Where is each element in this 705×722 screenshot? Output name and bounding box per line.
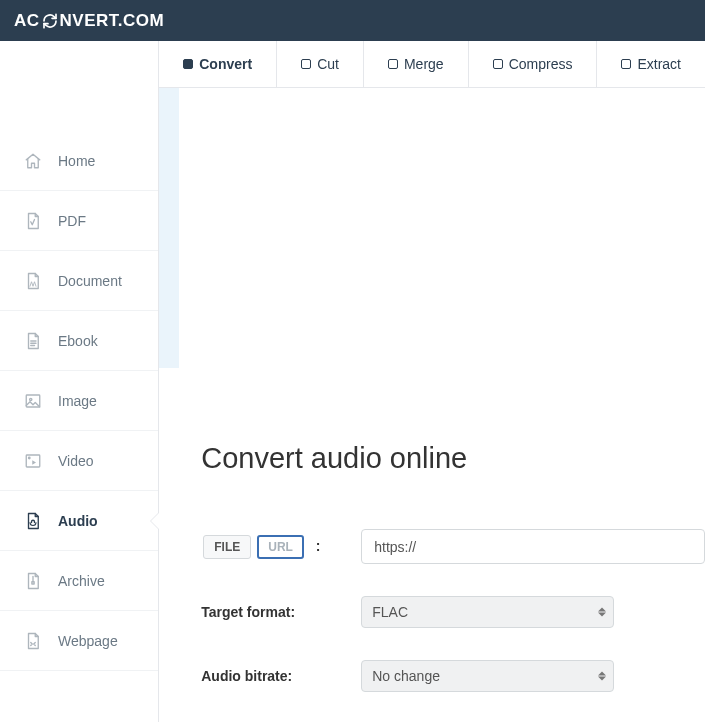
tab-label: Cut xyxy=(317,56,339,72)
ebook-icon xyxy=(24,332,46,350)
tab-label: Compress xyxy=(509,56,573,72)
sidebar-item-webpage[interactable]: Webpage xyxy=(0,611,158,671)
page-title: Convert audio online xyxy=(201,118,705,475)
sidebar-item-video[interactable]: Video xyxy=(0,431,158,491)
sidebar-item-pdf[interactable]: PDF xyxy=(0,191,158,251)
audio-bitrate-row: Audio bitrate: No change xyxy=(201,660,705,692)
audio-bitrate-label: Audio bitrate: xyxy=(201,668,361,684)
source-file-button[interactable]: FILE xyxy=(203,535,251,559)
sidebar-item-ebook[interactable]: Ebook xyxy=(0,311,158,371)
sidebar-item-home[interactable]: Home xyxy=(0,131,158,191)
webpage-icon xyxy=(24,632,46,650)
svg-rect-8 xyxy=(32,581,34,583)
checkbox-icon xyxy=(388,59,398,69)
sidebar-item-label: Home xyxy=(58,153,95,169)
brand-text-pre: AC xyxy=(14,11,40,31)
sidebar-item-document[interactable]: Document xyxy=(0,251,158,311)
sidebar: HomePDFDocumentEbookImageVideoAudioArchi… xyxy=(0,41,159,722)
sidebar-item-audio[interactable]: Audio xyxy=(0,491,158,551)
tab-cut[interactable]: Cut xyxy=(277,41,364,87)
tab-label: Convert xyxy=(199,56,252,72)
pdf-icon xyxy=(24,212,46,230)
tab-label: Merge xyxy=(404,56,444,72)
sidebar-item-archive[interactable]: Archive xyxy=(0,551,158,611)
colon-label: : xyxy=(316,538,321,554)
main-panel: ConvertCutMergeCompressExtract Convert a… xyxy=(159,41,705,722)
target-format-row: Target format: FLAC xyxy=(201,596,705,628)
sidebar-item-image[interactable]: Image xyxy=(0,371,158,431)
source-toggle-group: FILE URL xyxy=(201,533,306,561)
sidebar-item-label: Audio xyxy=(58,513,98,529)
home-icon xyxy=(24,152,46,170)
tab-compress[interactable]: Compress xyxy=(469,41,598,87)
sidebar-item-label: Webpage xyxy=(58,633,118,649)
app-header: AC NVERT.COM xyxy=(0,0,705,41)
brand-text-post: NVERT.COM xyxy=(60,11,165,31)
sidebar-item-label: Ebook xyxy=(58,333,98,349)
document-icon xyxy=(24,272,46,290)
checkbox-icon xyxy=(183,59,193,69)
audio-bitrate-select[interactable]: No change xyxy=(361,660,614,692)
sidebar-item-label: PDF xyxy=(58,213,86,229)
target-format-select[interactable]: FLAC xyxy=(361,596,614,628)
tab-extract[interactable]: Extract xyxy=(597,41,705,87)
video-icon xyxy=(24,452,46,470)
checkbox-icon xyxy=(493,59,503,69)
target-format-label: Target format: xyxy=(201,604,361,620)
archive-icon xyxy=(24,572,46,590)
checkbox-icon xyxy=(621,59,631,69)
svg-point-4 xyxy=(30,398,32,400)
source-row: FILE URL : xyxy=(201,529,705,564)
brand-logo[interactable]: AC NVERT.COM xyxy=(14,11,164,31)
sidebar-item-label: Document xyxy=(58,273,122,289)
svg-point-6 xyxy=(29,457,31,459)
image-icon xyxy=(24,392,46,410)
tab-label: Extract xyxy=(637,56,681,72)
source-url-button[interactable]: URL xyxy=(257,535,304,559)
audio-icon xyxy=(24,512,46,530)
sidebar-item-label: Video xyxy=(58,453,94,469)
tab-merge[interactable]: Merge xyxy=(364,41,469,87)
sidebar-item-label: Archive xyxy=(58,573,105,589)
content-area: Convert audio online FILE URL : xyxy=(159,118,705,722)
checkbox-icon xyxy=(301,59,311,69)
refresh-icon xyxy=(42,13,58,29)
source-toggle-col: FILE URL : xyxy=(201,533,361,561)
sidebar-item-label: Image xyxy=(58,393,97,409)
url-input[interactable] xyxy=(361,529,705,564)
tab-convert[interactable]: Convert xyxy=(159,41,277,87)
tab-bar: ConvertCutMergeCompressExtract xyxy=(159,41,705,88)
